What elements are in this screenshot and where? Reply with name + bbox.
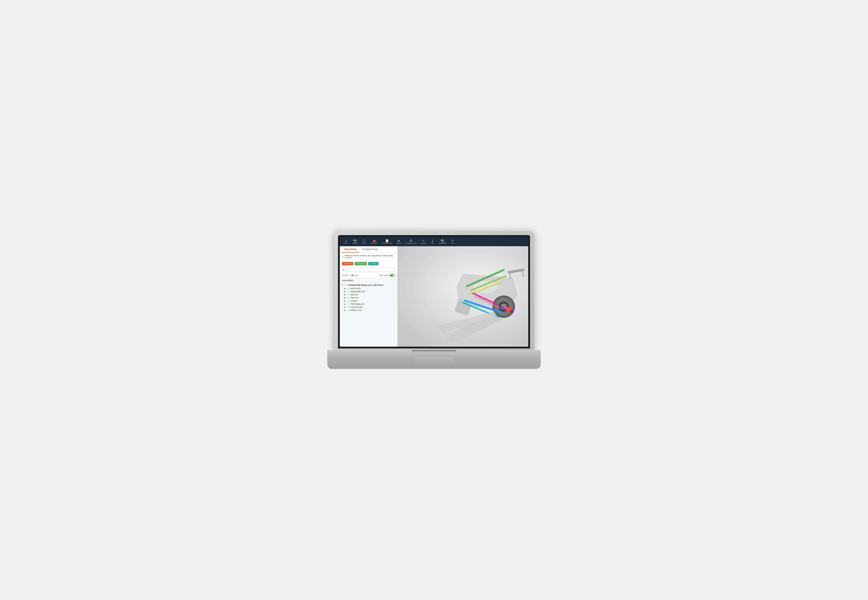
invert-button[interactable]: ↻ Invert [368, 262, 379, 265]
tree-item-wheels[interactable]: ▶ ✓ ⚙ Wheels-LHS [340, 309, 397, 312]
check-icon: ✓ [347, 297, 349, 299]
assemblies-header: Assemblies [340, 278, 397, 282]
model-icon: ⬡ [363, 239, 365, 242]
clipping-icon: ✂ [422, 239, 425, 242]
expand-icon: ▶ [344, 303, 347, 305]
run-icon: ⚙ [342, 256, 344, 258]
tab-bar: Assemblies Template Cases [340, 246, 397, 253]
toolbar-clipping[interactable]: ✂ Clipping [419, 239, 428, 244]
trackpad[interactable] [414, 356, 454, 365]
expand-icon: ▶ [344, 294, 347, 296]
tree-item-helmet[interactable]: ▶ ✓ ⚙ Helmet [340, 299, 397, 303]
left-panel: Assemblies Template Cases ⚙ BRBF102-RUN0… [340, 246, 398, 347]
toolbar-template-cases[interactable]: 📋 Template Cases [380, 239, 394, 244]
toolbar-default[interactable]: ◈ Default [394, 239, 403, 244]
template-cases-icon: 📋 [385, 239, 389, 242]
svg-point-17 [507, 308, 509, 310]
search-icon: 🔍 [342, 269, 344, 271]
laptop-screen: ⊿ Delta 📷 Camera ⬡ Model 🚗 Kinematics [340, 237, 528, 347]
check-icon: ✓ [347, 287, 349, 289]
check-icon: ✓ [344, 284, 346, 286]
check-icon: ✓ [347, 303, 349, 305]
gear-icon: ⚙ [349, 303, 351, 305]
app-content: Assemblies Template Cases ⚙ BRBF102-RUN0… [340, 246, 528, 347]
delta-icon: ⊿ [345, 239, 347, 242]
expand-icon: ▶ [344, 288, 347, 289]
radio-parts[interactable]: Parts [342, 274, 349, 276]
expand-icon: ▼ [341, 284, 343, 286]
tree-item-rw[interactable]: ▶ ✓ ⚙ RW-N2deg-AoA [340, 303, 397, 306]
close-icon: ✕ [451, 239, 454, 242]
perspective-icon: ⊞ [409, 239, 412, 242]
invert-icon: ↻ [370, 263, 371, 265]
tab-template-cases[interactable]: Template Cases [359, 246, 381, 253]
default-icon: ◈ [398, 239, 400, 242]
screen-bezel: ⊿ Delta 📷 Camera ⬡ Model 🚗 Kinematics [338, 235, 530, 348]
gear-icon: ⚙ [349, 309, 351, 311]
gear-icon: ⚙ [347, 284, 348, 286]
viewer-background [398, 246, 528, 347]
radio-bar: Parts Zones Filter Viewer [340, 273, 397, 278]
check-icon: ✓ [347, 300, 349, 302]
app-toolbar: ⊿ Delta 📷 Camera ⬡ Model 🚗 Kinematics [340, 237, 528, 246]
hide-all-icon: ● [344, 263, 345, 265]
toggle-switch[interactable] [390, 274, 395, 277]
tree-item-fw-lhs[interactable]: ▶ ✓ ⚙ FW-LHS [340, 296, 397, 299]
search-input[interactable] [345, 268, 395, 271]
svg-point-18 [510, 310, 514, 314]
check-icon: ✓ [347, 309, 349, 311]
laptop-container: ⊿ Delta 📷 Camera ⬡ Model 🚗 Kinematics [334, 231, 534, 369]
toolbar-info[interactable]: ℹ Info [428, 239, 437, 244]
gear-icon: ⚙ [349, 306, 351, 308]
info-icon: ℹ [432, 239, 433, 242]
toolbar-perspective[interactable]: ⊞ Perspective View [403, 239, 419, 244]
tree-item-eb-lhs[interactable]: ▶ ✓ ⚙ EB-LHS [340, 293, 397, 296]
toolbar-close[interactable]: ✕ Close [448, 239, 457, 244]
action-bar: ● Hide All ● Show All ↻ Invert [340, 261, 397, 267]
expand-icon: ▶ [344, 300, 347, 302]
show-all-icon: ● [356, 263, 358, 265]
expand-icon: ▶ [344, 291, 347, 292]
tree-root-item[interactable]: ▼ ✓ ⚙ RUN002-RW-N2deg-AoA, with Driver [340, 283, 397, 287]
tab-assemblies[interactable]: Assemblies [342, 246, 359, 253]
tree-item-body-lhs[interactable]: ▶ ✓ ⚙ BODY-LHS [340, 287, 397, 290]
toolbar-camera[interactable]: 📷 Camera [350, 239, 359, 244]
root-label: RUN002-RW-N2deg-AoA, with Driver [349, 284, 383, 286]
3d-viewer[interactable] [398, 246, 528, 347]
show-all-button[interactable]: ● Show All [354, 262, 367, 265]
toolbar-screenshot[interactable]: 📸 Screenshot [437, 239, 448, 244]
tree-container: ▼ ✓ ⚙ RUN002-RW-N2deg-AoA, with Driver ▶… [340, 282, 397, 347]
toolbar-kinematics[interactable]: 🚗 Kinematics [368, 239, 380, 244]
gear-icon: ⚙ [349, 291, 351, 292]
gear-icon: ⚙ [349, 288, 351, 289]
tree-item-body-misc[interactable]: ▶ ✓ ⚙ Body-MISC-LHS [340, 290, 397, 293]
laptop-base [327, 350, 541, 369]
toolbar-model[interactable]: ⬡ Model [359, 239, 368, 244]
hide-all-button[interactable]: ● Hide All [342, 262, 353, 265]
svg-rect-25 [510, 273, 510, 279]
expand-icon: ▶ [344, 309, 347, 311]
kinematics-icon: 🚗 [372, 239, 376, 242]
run-info-text: BRBF102-RUN002: As R001, with -2deg RW A… [345, 255, 395, 259]
laptop-body: ⊿ Delta 📷 Camera ⬡ Model 🚗 Kinematics [334, 231, 534, 351]
gear-icon: ⚙ [349, 294, 351, 296]
filter-viewer-toggle[interactable]: Filter Viewer [379, 274, 395, 277]
expand-icon: ▶ [344, 306, 347, 308]
check-icon: ✓ [347, 306, 349, 308]
screenshot-icon: 📸 [441, 239, 444, 242]
check-icon: ✓ [347, 294, 349, 296]
check-icon: ✓ [347, 291, 349, 292]
search-bar: 🔍 [340, 267, 397, 273]
tree-item-susp[interactable]: ▶ ✓ ⚙ Susp-V2-LHS [340, 306, 397, 309]
camera-icon: 📷 [353, 239, 357, 242]
toolbar-delta[interactable]: ⊿ Delta [342, 239, 350, 244]
model-svg [398, 246, 528, 347]
gear-icon: ⚙ [349, 300, 351, 302]
info-bar: ⚙ BRBF102-RUN002: As R001, with -2deg RW… [340, 253, 397, 261]
gear-icon: ⚙ [349, 297, 351, 299]
expand-icon: ▶ [344, 297, 347, 299]
radio-zones[interactable]: Zones [351, 274, 359, 276]
